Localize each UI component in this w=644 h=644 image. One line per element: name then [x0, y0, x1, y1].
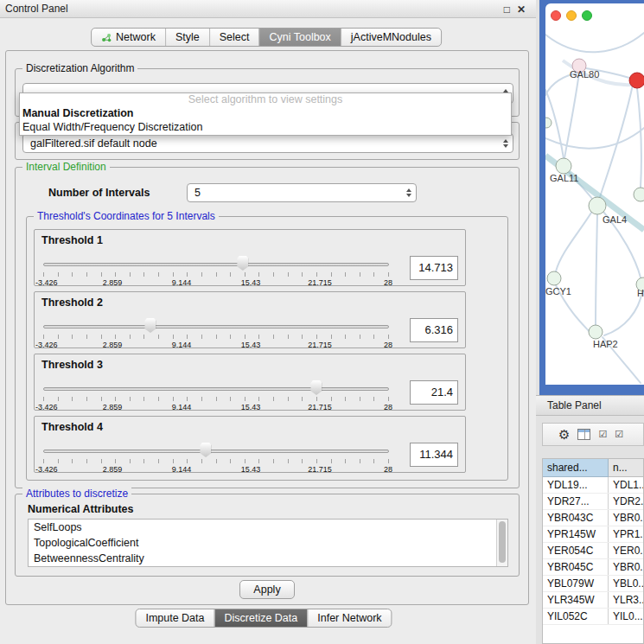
numerical-attributes-heading: Numerical Attributes — [28, 503, 133, 515]
tab-network[interactable]: Network — [92, 29, 165, 46]
threshold-label: Threshold 2 — [41, 296, 103, 309]
combo-arrows-icon — [406, 188, 411, 197]
combo-arrows-icon — [503, 139, 508, 148]
threshold-thumb[interactable] — [144, 318, 156, 333]
table-row[interactable]: YBR045CYBR0... — [543, 559, 643, 576]
slider-scale: -3.4262.8599.14415.4321.71528 — [43, 403, 389, 411]
table-panel-titlebar: Table Panel — [536, 395, 644, 416]
table-row[interactable]: YPR145WYPR1... — [543, 526, 643, 543]
slider-track[interactable] — [43, 325, 389, 328]
threshold-value-field[interactable]: 14.713 — [410, 256, 458, 280]
table-data-combobox[interactable]: galFiltered.sif default node — [22, 133, 513, 153]
network-icon — [101, 32, 112, 42]
right-area: GAL80 GAL11 GAL4 GCY1 HAP2 H Table Panel… — [536, 0, 644, 644]
window-controls — [551, 10, 592, 21]
table-row[interactable]: YLR345WYLR3... — [543, 592, 643, 609]
network-node[interactable] — [545, 118, 552, 128]
close-icon[interactable]: ✕ — [517, 3, 526, 16]
tab-impute-data[interactable]: Impute Data — [136, 609, 214, 627]
interval-definition-legend: Interval Definition — [22, 161, 110, 173]
tab-jactivemodules[interactable]: jActiveMNodules — [341, 29, 441, 46]
table-row[interactable]: YBR043CYBR0... — [543, 510, 643, 526]
control-panel-title: Control Panel — [5, 3, 68, 15]
vertical-scrollbar[interactable] — [496, 520, 507, 566]
close-traffic-icon[interactable] — [551, 10, 561, 21]
node-label: GAL80 — [570, 69, 599, 80]
control-panel-titlebar: Control Panel □ ✕ — [0, 0, 536, 18]
apply-button[interactable]: Apply — [239, 580, 295, 599]
network-node-gal11[interactable] — [556, 158, 571, 174]
threshold-thumb[interactable] — [237, 256, 248, 271]
minimize-traffic-icon[interactable] — [566, 10, 577, 21]
slider-ticks — [43, 335, 389, 339]
table-row[interactable]: YBL079WYBL0... — [543, 576, 643, 592]
slider-ticks — [43, 397, 389, 401]
column-header-shared-name[interactable]: shared... — [543, 459, 609, 477]
number-of-intervals-combobox[interactable]: 5 — [187, 183, 417, 202]
algorithm-item-equal-width-frequency[interactable]: Equal Width/Frequency Discretization — [20, 120, 511, 134]
thresholds-legend: Threshold's Coordinates for 5 Intervals — [34, 210, 219, 222]
checkbox-icon[interactable]: ☑ — [615, 430, 623, 439]
top-tab-bar: Network Style Select Cyni Toolbox jActiv… — [91, 28, 442, 47]
float-window-icon[interactable]: □ — [504, 3, 510, 16]
algorithm-item-manual-discretization[interactable]: Manual Discretization — [20, 106, 511, 120]
columns-icon[interactable] — [577, 429, 590, 440]
tab-infer-network[interactable]: Infer Network — [307, 609, 391, 627]
tab-style[interactable]: Style — [165, 29, 209, 46]
list-item[interactable]: TopologicalCoefficient — [29, 535, 507, 551]
network-node[interactable] — [634, 188, 644, 201]
table-row[interactable]: YDL19...YDL1... — [543, 477, 643, 494]
zoom-traffic-icon[interactable] — [582, 10, 592, 21]
number-of-intervals-label: Number of Intervals — [48, 187, 150, 199]
algorithm-dropdown-popup: Select algorithm to view settings Manual… — [19, 92, 512, 136]
slider-ticks — [43, 272, 389, 277]
threshold-label: Threshold 4 — [41, 421, 103, 433]
table-row[interactable]: YDR27...YDR2... — [543, 494, 643, 510]
control-panel: Control Panel □ ✕ Network Style Select C… — [0, 0, 536, 644]
attributes-legend: Attributes to discretize — [22, 488, 131, 500]
table-row[interactable]: YER054CYER0... — [543, 543, 643, 559]
network-node-hap2[interactable] — [589, 325, 603, 339]
slider-track[interactable] — [43, 263, 389, 266]
discretization-algorithm-legend: Discretization Algorithm — [22, 62, 137, 74]
tab-select[interactable]: Select — [209, 29, 259, 46]
tab-cyni-toolbox[interactable]: Cyni Toolbox — [258, 29, 340, 46]
numerical-attributes-list: SelfLoops TopologicalCoefficient Between… — [28, 519, 508, 567]
threshold-slider: -3.4262.8599.14415.4321.71528 — [43, 377, 389, 411]
table-row[interactable]: YIL052CYIL0... — [543, 609, 643, 625]
number-of-intervals-value: 5 — [194, 187, 201, 199]
list-item[interactable]: SelfLoops — [29, 520, 507, 535]
tab-discretize-data[interactable]: Discretize Data — [214, 609, 308, 627]
threshold-panel: Threshold 1 -3.4262.8599.14415.4321.7152… — [34, 229, 466, 286]
column-header-name[interactable]: n... — [609, 459, 643, 477]
attributes-group: Attributes to discretize Numerical Attri… — [15, 494, 520, 577]
threshold-value-field[interactable]: 11.344 — [410, 443, 458, 467]
checkbox-icon[interactable]: ☑ — [598, 430, 607, 439]
threshold-value-field[interactable]: 6.316 — [410, 318, 458, 342]
table-panel-title: Table Panel — [547, 399, 602, 411]
node-label: H — [637, 288, 644, 298]
threshold-thumb[interactable] — [310, 380, 322, 395]
scrollbar-thumb[interactable] — [499, 521, 506, 563]
table-toolbar: ⚙ ☑ ☑ — [542, 423, 644, 446]
list-item[interactable]: BetweennessCentrality — [29, 551, 507, 566]
threshold-slider: -3.4262.8599.14415.4321.71528 — [43, 439, 389, 474]
network-canvas[interactable]: GAL80 GAL11 GAL4 GCY1 HAP2 H — [545, 26, 644, 385]
slider-scale: -3.4262.8599.14415.4321.71528 — [43, 341, 389, 349]
threshold-panel: Threshold 4 -3.4262.8599.14415.4321.7152… — [34, 416, 466, 473]
network-desktop-background: GAL80 GAL11 GAL4 GCY1 HAP2 H — [539, 0, 644, 395]
network-node-gcy1[interactable] — [547, 271, 561, 285]
threshold-panel: Threshold 3 -3.4262.8599.14415.4321.7152… — [34, 354, 466, 411]
gear-icon[interactable]: ⚙ — [558, 428, 570, 441]
slider-track[interactable] — [43, 387, 389, 391]
threshold-thumb[interactable] — [200, 443, 211, 457]
threshold-value-field[interactable]: 21.4 — [410, 380, 458, 405]
network-node-gal4[interactable] — [589, 197, 606, 214]
slider-track[interactable] — [43, 450, 389, 453]
network-node-red[interactable] — [629, 73, 644, 88]
algorithm-placeholder-item: Select algorithm to view settings — [20, 93, 511, 106]
bottom-tab-bar: Impute Data Discretize Data Infer Networ… — [135, 609, 392, 628]
node-label: GAL11 — [550, 173, 578, 183]
interval-definition-group: Interval Definition Number of Intervals … — [15, 167, 520, 488]
table-header-row: shared... n... — [543, 459, 643, 477]
